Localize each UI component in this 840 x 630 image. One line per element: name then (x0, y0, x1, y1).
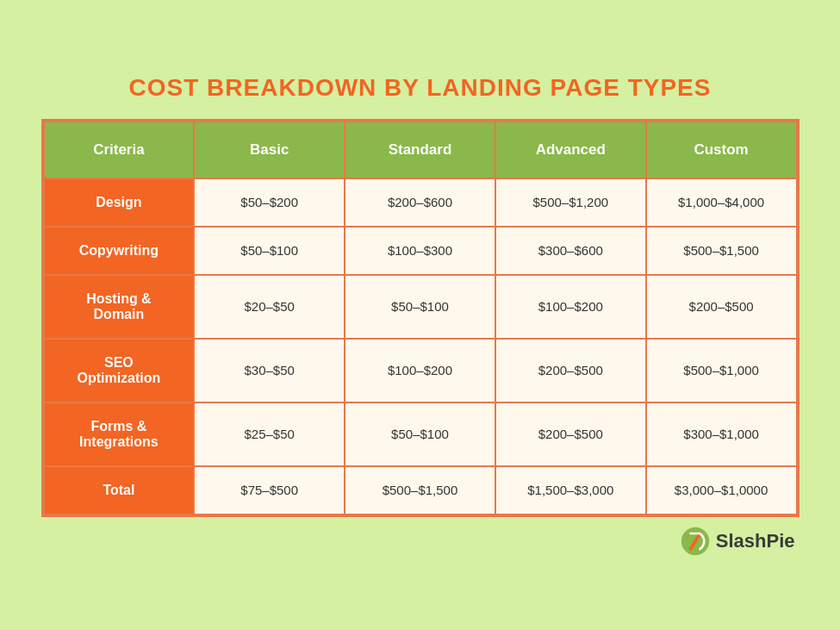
logo-text: SlashPie (716, 530, 795, 552)
standard-cell-2: $50–$100 (345, 275, 495, 339)
page-title: COST BREAKDOWN BY LANDING PAGE TYPES (129, 74, 712, 102)
cost-table-wrapper: Criteria Basic Standard Advanced Custom … (41, 119, 800, 517)
header-custom: Custom (646, 122, 797, 178)
advanced-cell-4: $200–$500 (495, 402, 646, 466)
table-header-row: Criteria Basic Standard Advanced Custom (44, 122, 797, 178)
criteria-cell-0: Design (44, 178, 195, 227)
basic-cell-1: $50–$100 (194, 227, 345, 275)
table-row: Hosting & Domain$20–$50$50–$100$100–$200… (44, 275, 797, 339)
table-row: Forms & Integrations$25–$50$50–$100$200–… (44, 402, 797, 466)
basic-cell-4: $25–$50 (194, 402, 345, 466)
header-criteria: Criteria (44, 122, 195, 178)
standard-cell-1: $100–$300 (345, 227, 495, 275)
standard-cell-4: $50–$100 (345, 402, 495, 466)
header-standard: Standard (345, 122, 495, 178)
advanced-cell-3: $200–$500 (495, 339, 646, 402)
header-advanced: Advanced (495, 122, 646, 178)
standard-cell-3: $100–$200 (345, 339, 495, 402)
criteria-cell-3: SEO Optimization (44, 339, 195, 402)
custom-cell-4: $300–$1,000 (646, 402, 797, 466)
standard-cell-5: $500–$1,500 (345, 466, 495, 515)
custom-cell-1: $500–$1,500 (646, 227, 797, 275)
criteria-cell-5: Total (44, 466, 195, 515)
criteria-cell-4: Forms & Integrations (44, 402, 195, 466)
table-row: Copywriting$50–$100$100–$300$300–$600$50… (44, 227, 797, 275)
advanced-cell-1: $300–$600 (495, 227, 646, 275)
criteria-cell-2: Hosting & Domain (44, 275, 195, 339)
table-row: Design$50–$200$200–$600$500–$1,200$1,000… (44, 178, 797, 227)
custom-cell-2: $200–$500 (646, 275, 797, 339)
custom-cell-0: $1,000–$4,000 (646, 178, 797, 227)
standard-cell-0: $200–$600 (345, 178, 495, 227)
header-basic: Basic (194, 122, 345, 178)
custom-cell-3: $500–$1,000 (646, 339, 797, 402)
criteria-cell-1: Copywriting (44, 227, 195, 275)
table-row: SEO Optimization$30–$50$100–$200$200–$50… (44, 339, 797, 402)
basic-cell-0: $50–$200 (194, 178, 345, 227)
basic-cell-5: $75–$500 (194, 466, 345, 515)
basic-cell-2: $20–$50 (194, 275, 345, 339)
basic-cell-3: $30–$50 (194, 339, 345, 402)
advanced-cell-5: $1,500–$3,000 (495, 466, 646, 515)
table-row: Total$75–$500$500–$1,500$1,500–$3,000$3,… (44, 466, 797, 515)
advanced-cell-0: $500–$1,200 (495, 178, 646, 227)
slashpie-logo-icon (680, 526, 711, 557)
cost-table: Criteria Basic Standard Advanced Custom … (43, 121, 798, 515)
logo-area: SlashPie (41, 526, 800, 557)
advanced-cell-2: $100–$200 (495, 275, 646, 339)
custom-cell-5: $3,000–$1,0000 (646, 466, 797, 515)
